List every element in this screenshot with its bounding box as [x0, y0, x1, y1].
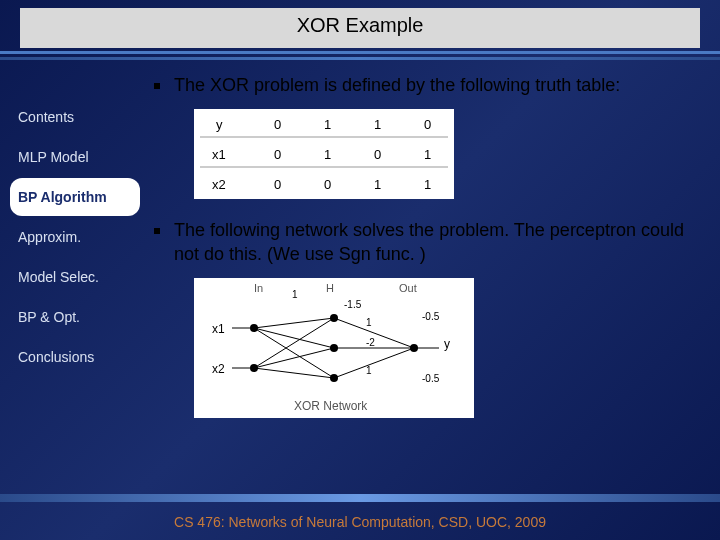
svg-text:1: 1 [424, 147, 431, 162]
sidebar-item-model-selec[interactable]: Model Selec. [10, 258, 140, 296]
svg-text:0: 0 [274, 117, 281, 132]
xor-network-diagram: In H Out x1 x2 y [194, 278, 474, 418]
slide-title: XOR Example [297, 14, 424, 37]
bullet-1: The XOR problem is defined by the follow… [154, 74, 700, 97]
tt-y-label: y [216, 117, 223, 132]
svg-text:1: 1 [424, 177, 431, 192]
svg-text:In: In [254, 282, 263, 294]
svg-text:Out: Out [399, 282, 417, 294]
footer-divider [0, 494, 720, 502]
bullet-1-text: The XOR problem is defined by the follow… [174, 74, 700, 97]
svg-text:1: 1 [366, 317, 372, 328]
svg-text:0: 0 [324, 177, 331, 192]
svg-text:0: 0 [374, 147, 381, 162]
tt-x1-label: x1 [212, 147, 226, 162]
svg-text:1: 1 [292, 289, 298, 300]
net-x2-label: x2 [212, 362, 225, 376]
sidebar-item-contents[interactable]: Contents [10, 98, 140, 136]
svg-text:0: 0 [274, 147, 281, 162]
svg-text:1: 1 [324, 117, 331, 132]
bullet-icon [154, 228, 160, 234]
bullet-2: The following network solves the problem… [154, 219, 700, 266]
svg-text:1: 1 [324, 147, 331, 162]
sidebar-item-mlp-model[interactable]: MLP Model [10, 138, 140, 176]
sidebar-item-bp-opt[interactable]: BP & Opt. [10, 298, 140, 336]
sidebar-item-bp-algorithm[interactable]: BP Algorithm [10, 178, 140, 216]
svg-text:1: 1 [374, 177, 381, 192]
content-area: The XOR problem is defined by the follow… [140, 74, 710, 490]
svg-text:1: 1 [374, 117, 381, 132]
bullet-icon [154, 83, 160, 89]
sidebar-item-conclusions[interactable]: Conclusions [10, 338, 140, 376]
svg-text:0: 0 [424, 117, 431, 132]
net-x1-label: x1 [212, 322, 225, 336]
svg-text:1: 1 [366, 365, 372, 376]
bullet-2-text: The following network solves the problem… [174, 219, 700, 266]
truth-table: y 0 1 1 0 x1 0 1 0 1 x2 0 0 1 1 [194, 109, 454, 199]
svg-text:-0.5: -0.5 [422, 373, 440, 384]
slide-title-bar: XOR Example [0, 0, 720, 54]
tt-x2-label: x2 [212, 177, 226, 192]
svg-text:-0.5: -0.5 [422, 311, 440, 322]
sidebar: Contents MLP Model BP Algorithm Approxim… [10, 74, 140, 490]
svg-text:0: 0 [274, 177, 281, 192]
svg-text:-2: -2 [366, 337, 375, 348]
network-caption: XOR Network [294, 399, 368, 413]
svg-text:H: H [326, 282, 334, 294]
net-y-label: y [444, 337, 450, 351]
sidebar-item-approxim[interactable]: Approxim. [10, 218, 140, 256]
svg-text:-1.5: -1.5 [344, 299, 362, 310]
main-area: Contents MLP Model BP Algorithm Approxim… [0, 60, 720, 490]
footer-text: CS 476: Networks of Neural Computation, … [0, 514, 720, 530]
